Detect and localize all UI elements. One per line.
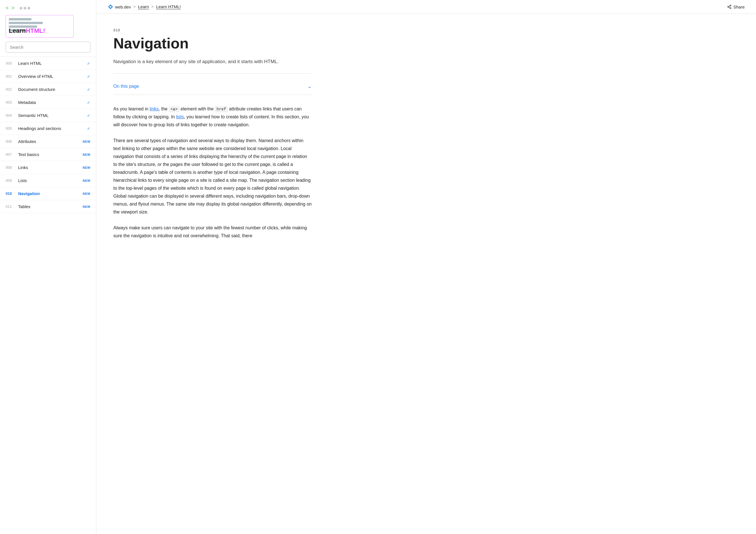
logo-line-2	[9, 22, 43, 24]
href-code: href	[215, 107, 228, 112]
webdev-brand[interactable]: web.dev	[108, 4, 131, 10]
body-paragraph-1: As you learned in links, the <a> element…	[113, 105, 312, 129]
sidebar-logo-title: LearnHTML!	[9, 27, 45, 35]
new-badge-006: NEW	[83, 140, 91, 143]
nav-label-005: Headings and sections	[18, 126, 61, 131]
top-bar: web.dev > Learn > Learn HTML! Share	[96, 0, 756, 14]
nav-num-004: 004	[6, 113, 14, 117]
sidebar-item-004[interactable]: 004Semantic HTML✓	[0, 109, 96, 122]
check-icon-002: ✓	[87, 87, 91, 92]
nav-label-003: Metadata	[18, 100, 36, 105]
sidebar-item-001[interactable]: 001Overview of HTML✓	[0, 70, 96, 83]
nav-num-008: 008	[6, 165, 14, 169]
lesson-subtitle: Navigation is a key element of any site …	[113, 58, 312, 65]
sidebar-nav: 000Learn HTML✓001Overview of HTML✓002Doc…	[0, 57, 96, 534]
nav-num-010: 010	[6, 191, 14, 196]
browser-dots	[19, 7, 30, 10]
forward-arrow-icon[interactable]: >	[12, 5, 15, 11]
breadcrumb-learn[interactable]: Learn	[138, 4, 149, 9]
nav-num-007: 007	[6, 152, 14, 157]
breadcrumb-sep-1: >	[133, 4, 136, 9]
nav-label-011: Tables	[18, 204, 30, 209]
sidebar-item-007[interactable]: 007Text basicsNEW	[0, 148, 96, 161]
nav-num-001: 001	[6, 74, 14, 78]
check-icon-003: ✓	[87, 100, 91, 105]
search-container	[6, 42, 91, 53]
sidebar-item-003[interactable]: 003Metadata✓	[0, 96, 96, 109]
on-this-page-label: On this page	[113, 84, 139, 89]
svg-point-4	[728, 6, 729, 7]
chevron-down-icon: ⌄	[308, 83, 312, 89]
sidebar-item-008[interactable]: 008LinksNEW	[0, 161, 96, 174]
check-icon-000: ✓	[87, 61, 91, 66]
nav-num-005: 005	[6, 126, 14, 131]
sidebar-item-000[interactable]: 000Learn HTML✓	[0, 57, 96, 70]
body-paragraph-2: There are several types of navigation an…	[113, 137, 312, 216]
svg-line-6	[729, 7, 730, 8]
logo-line-1	[9, 18, 32, 20]
content-area: 010 Navigation Navigation is a key eleme…	[96, 14, 329, 262]
nav-label-002: Document structure	[18, 87, 55, 92]
share-icon	[727, 5, 732, 9]
check-icon-005: ✓	[87, 126, 91, 131]
lesson-number: 010	[113, 28, 312, 32]
sidebar-item-002[interactable]: 002Document structure✓	[0, 83, 96, 96]
nav-label-004: Semantic HTML	[18, 113, 49, 118]
logo-learn-text: Learn	[9, 27, 26, 34]
nav-label-010: Navigation	[18, 191, 40, 196]
sidebar-item-006[interactable]: 006AttributesNEW	[0, 135, 96, 148]
body-paragraph-3: Always make sure users can navigate to y…	[113, 224, 312, 240]
nav-label-000: Learn HTML	[18, 61, 42, 66]
sidebar-header: < > LearnHTML!	[0, 0, 96, 57]
nav-label-007: Text basics	[18, 152, 39, 157]
a-tag-code: <a>	[169, 107, 179, 112]
search-input[interactable]	[6, 42, 91, 53]
sidebar: < > LearnHTML!	[0, 0, 96, 534]
webdev-logo-icon	[108, 4, 113, 10]
breadcrumb: web.dev > Learn > Learn HTML!	[108, 4, 181, 10]
nav-num-000: 000	[6, 61, 14, 65]
nav-label-009: Lists	[18, 178, 27, 183]
share-label: Share	[733, 5, 745, 9]
webdev-brand-label: web.dev	[115, 5, 131, 9]
nav-label-001: Overview of HTML	[18, 74, 53, 79]
nav-num-009: 009	[6, 178, 14, 183]
logo-html-text: HTML!	[26, 27, 45, 34]
nav-label-008: Links	[18, 165, 28, 170]
new-badge-008: NEW	[83, 166, 91, 169]
svg-point-5	[730, 8, 731, 9]
breadcrumb-course[interactable]: Learn HTML!	[156, 4, 181, 9]
divider-2	[113, 94, 312, 95]
svg-point-3	[730, 5, 731, 6]
nav-label-006: Attributes	[18, 139, 36, 144]
sidebar-item-005[interactable]: 005Headings and sections✓	[0, 122, 96, 135]
nav-num-003: 003	[6, 100, 14, 105]
back-arrow-icon[interactable]: <	[6, 5, 9, 11]
logo-preview: LearnHTML!	[6, 15, 74, 38]
check-icon-004: ✓	[87, 113, 91, 118]
sidebar-item-010[interactable]: 010NavigationNEW	[0, 187, 96, 200]
lesson-title: Navigation	[113, 35, 312, 52]
nav-num-002: 002	[6, 87, 14, 91]
links-link[interactable]: links	[149, 107, 159, 111]
on-this-page-toggle[interactable]: On this page ⌄	[113, 79, 312, 93]
share-button[interactable]: Share	[727, 5, 745, 9]
new-badge-011: NEW	[83, 205, 91, 208]
svg-line-7	[729, 6, 730, 7]
lists-link[interactable]: lists	[176, 114, 184, 119]
nav-num-011: 011	[6, 204, 14, 209]
nav-num-006: 006	[6, 139, 14, 143]
new-badge-010: NEW	[83, 192, 91, 195]
sidebar-item-009[interactable]: 009ListsNEW	[0, 174, 96, 187]
content-wrapper: 010 Navigation Navigation is a key eleme…	[96, 14, 756, 534]
divider-1	[113, 73, 312, 74]
new-badge-009: NEW	[83, 179, 91, 182]
new-badge-007: NEW	[83, 153, 91, 156]
sidebar-item-011[interactable]: 011TablesNEW	[0, 200, 96, 213]
check-icon-001: ✓	[87, 74, 91, 79]
breadcrumb-sep-2: >	[151, 4, 154, 9]
main-content: web.dev > Learn > Learn HTML! Share 010 …	[96, 0, 756, 534]
